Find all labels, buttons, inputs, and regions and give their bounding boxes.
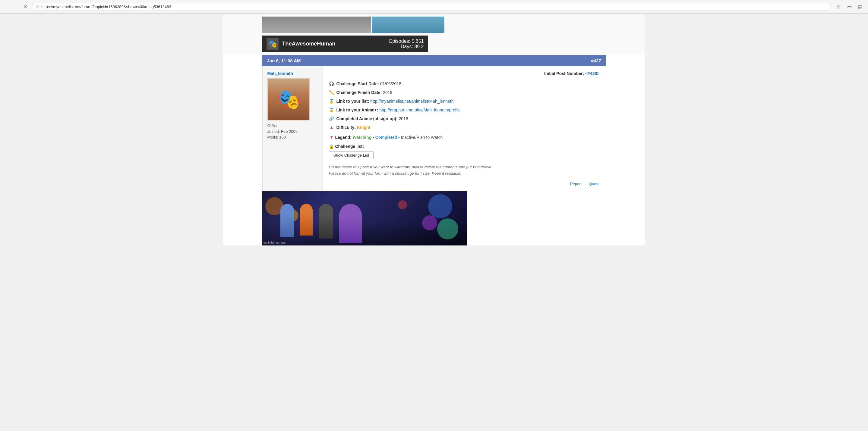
animeplus-link-field: 🥇 Link to your Anime+: http://graph.anim… xyxy=(329,107,600,113)
difficulty-value: Knight xyxy=(357,125,370,130)
post-image-section: emilythehumara... xyxy=(262,191,606,245)
post-content: Initial Post Number: <#428> 🎧 Challenge … xyxy=(323,66,606,191)
user-posts: Posts: 150 xyxy=(268,135,318,139)
user-joined: Joined: Feb 2009 xyxy=(268,129,318,134)
profile-banner-episodes: Episodes: 5,651 xyxy=(389,38,424,44)
show-challenge-button[interactable]: Show Challenge List xyxy=(329,151,374,159)
reload-button[interactable]: ✕ xyxy=(22,3,29,10)
initial-post-number: Initial Post Number: <#428> xyxy=(329,71,600,76)
medal-icon: 🥇 xyxy=(329,99,334,104)
top-banner: 🎭 TheAwesomeHuman Episodes: 5,651 Days: … xyxy=(223,13,645,55)
headphone-icon: 🎧 xyxy=(329,81,334,86)
bokeh-5 xyxy=(398,200,407,209)
address-bar-input[interactable] xyxy=(41,4,827,9)
post-number: #427 xyxy=(591,58,601,63)
browser-actions: ☆ ▭ ▤ xyxy=(834,2,864,11)
banner-image-right xyxy=(372,16,444,33)
character-3 xyxy=(319,204,333,238)
challenge-start-field: 🎧 Challenge Start Date: 01/06/2018 xyxy=(329,81,600,87)
legend-watching: Watching xyxy=(353,135,371,140)
post-date: Jan 6, 11:08 AM xyxy=(267,58,301,63)
lock-icon: 🔒 xyxy=(329,144,334,149)
nav-buttons: ← → ✕ xyxy=(4,3,29,10)
bokeh-3 xyxy=(428,194,452,218)
user-sidebar: Mah_lenneth 🎭 Offline Joined: Feb 2009 P… xyxy=(262,66,323,191)
bokeh-4 xyxy=(422,216,437,230)
legend-inactive: Inactive/Plan to Watch xyxy=(401,135,443,140)
post-actions: Report - Quote xyxy=(329,181,600,186)
legend-completed: Completed xyxy=(375,135,397,140)
page-wrapper: 🎭 TheAwesomeHuman Episodes: 5,651 Days: … xyxy=(223,13,645,245)
quote-link[interactable]: Quote xyxy=(589,181,599,186)
character-group xyxy=(262,204,362,243)
challenge-list-label: 🔒 Challenge list: xyxy=(329,144,600,149)
user-status: Offline xyxy=(268,124,318,128)
list-link[interactable]: http://myanimelist.net/animelist/Mah_len… xyxy=(370,99,454,104)
character-4 xyxy=(339,204,362,243)
top-banner-images xyxy=(262,16,606,33)
character-2 xyxy=(300,204,313,235)
profile-banner-days: Days: 89.2 xyxy=(389,44,424,49)
list-link-field: 🥇 Link to your list: http://myanimelist.… xyxy=(329,98,600,104)
profile-banner-username: TheAwesomeHuman xyxy=(282,41,336,47)
note-line2: Please do not format your form with a sm… xyxy=(329,170,600,177)
star-button[interactable]: ☆ xyxy=(834,2,843,11)
legend-sep1: - xyxy=(373,135,375,140)
back-button[interactable]: ← xyxy=(4,3,11,10)
cast-button[interactable]: ▭ xyxy=(845,2,854,11)
username-link[interactable]: Mah_lenneth xyxy=(268,71,318,76)
animeplus-link[interactable]: http://graph.anime.plus/Mah_lenneth/prof… xyxy=(379,107,460,112)
post-header: Jan 6, 11:08 AM #427 xyxy=(262,55,606,66)
difficulty-field: 🔺 Difficulty: Knight xyxy=(329,124,600,131)
character-1 xyxy=(280,204,294,237)
post-container: Jan 6, 11:08 AM #427 Mah_lenneth 🎭 Offli… xyxy=(262,55,606,191)
challenge-finish-field: ✏️ Challenge Finish Date: 2018 xyxy=(329,90,600,96)
anime-image: emilythehumara... xyxy=(262,191,467,245)
profile-banner: 🎭 TheAwesomeHuman Episodes: 5,651 Days: … xyxy=(262,36,428,52)
report-link[interactable]: Report xyxy=(570,181,582,186)
address-bar-icon: ⓘ xyxy=(36,4,39,9)
legend-triangle-icon: 🔻 xyxy=(329,135,334,140)
note-text: Do not delete this post! If you want to … xyxy=(329,164,600,177)
forward-button[interactable]: → xyxy=(13,3,20,10)
key-icon: 🔗 xyxy=(329,116,334,121)
action-separator: - xyxy=(585,181,586,186)
profile-banner-avatar: 🎭 xyxy=(267,38,279,50)
user-avatar: 🎭 xyxy=(268,78,310,121)
extension-button[interactable]: ▤ xyxy=(856,2,864,11)
initial-post-link[interactable]: <#428> xyxy=(585,71,600,76)
bokeh-6 xyxy=(437,218,458,239)
pencil-icon: ✏️ xyxy=(329,90,334,95)
challenge-list-section: 🔒 Challenge list: Show Challenge List xyxy=(329,144,600,159)
post-body: Mah_lenneth 🎭 Offline Joined: Feb 2009 P… xyxy=(262,66,606,191)
legend-row: 🔻 Legend: Watching - Completed - Inactiv… xyxy=(329,135,600,140)
profile-banner-stats: Episodes: 5,651 Days: 89.2 xyxy=(389,38,424,49)
completed-anime-field: 🔗 Completed Anime (at sign-up): 2018 xyxy=(329,115,600,122)
browser-chrome: ← → ✕ ⓘ ☆ ▭ ▤ xyxy=(0,0,868,13)
triangle-icon: 🔺 xyxy=(329,125,334,130)
medal-icon-2: 🥇 xyxy=(329,107,334,112)
address-bar-container: ⓘ xyxy=(32,3,831,11)
banner-image-left xyxy=(262,16,371,33)
note-line1: Do not delete this post! If you want to … xyxy=(329,164,600,170)
